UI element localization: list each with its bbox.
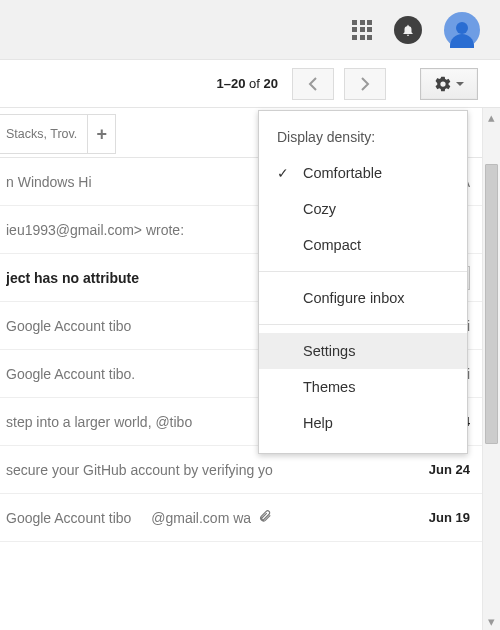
- density-comfortable[interactable]: Comfortable: [259, 155, 467, 191]
- mail-snippet: @gmail.com wa: [151, 510, 251, 526]
- next-page-button[interactable]: [344, 68, 386, 100]
- mail-date: Jun 24: [417, 462, 470, 477]
- menu-separator: [259, 271, 467, 272]
- density-cozy[interactable]: Cozy: [259, 191, 467, 227]
- toolbar: 1–20 of 20: [0, 60, 500, 108]
- attachment-icon: [257, 509, 273, 526]
- scrollbar[interactable]: ▴ ▾: [482, 108, 500, 630]
- pagination-label: 1–20 of 20: [217, 76, 278, 91]
- scroll-up-icon[interactable]: ▴: [483, 108, 500, 126]
- settings-gear-button[interactable]: [420, 68, 478, 100]
- prev-page-button[interactable]: [292, 68, 334, 100]
- caret-down-icon: [456, 82, 464, 86]
- menu-header-density: Display density:: [259, 123, 467, 155]
- menu-separator: [259, 324, 467, 325]
- menu-settings[interactable]: Settings: [259, 333, 467, 369]
- add-tab-button[interactable]: +: [88, 114, 116, 154]
- mail-snippet: secure your GitHub account by verifying …: [6, 462, 417, 478]
- menu-configure-inbox[interactable]: Configure inbox: [259, 280, 467, 316]
- top-bar: [0, 0, 500, 60]
- scroll-thumb[interactable]: [485, 164, 498, 444]
- settings-menu: Display density: Comfortable Cozy Compac…: [258, 110, 468, 454]
- menu-themes[interactable]: Themes: [259, 369, 467, 405]
- mail-snippet: Google Account tibo: [6, 510, 131, 526]
- scroll-down-icon[interactable]: ▾: [483, 612, 500, 630]
- menu-help[interactable]: Help: [259, 405, 467, 441]
- mail-date: Jun 19: [417, 510, 470, 525]
- google-apps-icon[interactable]: [352, 20, 372, 40]
- mail-row[interactable]: Google Account tibo @gmail.com wa Jun 19: [0, 494, 500, 542]
- tab-partial[interactable]: Stacks, Trov.: [0, 114, 88, 154]
- density-compact[interactable]: Compact: [259, 227, 467, 263]
- notifications-icon[interactable]: [394, 16, 422, 44]
- avatar[interactable]: [444, 12, 480, 48]
